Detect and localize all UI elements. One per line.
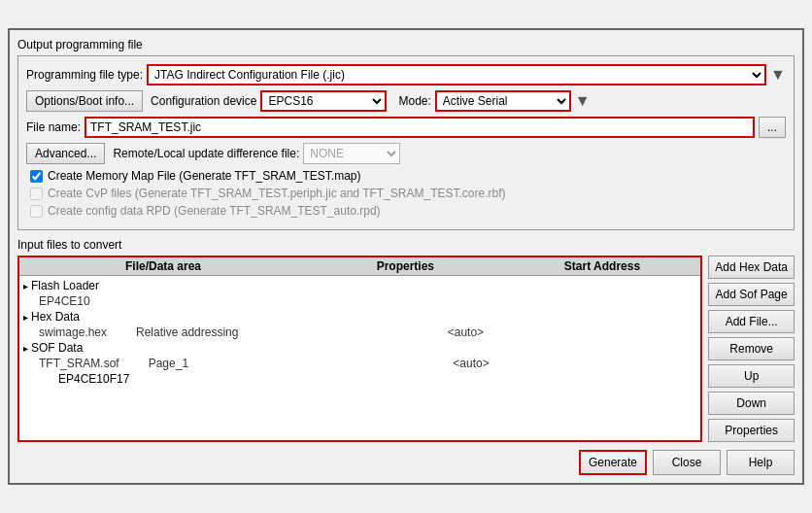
checkbox2-row: Create CvP files (Generate TFT_SRAM_TEST…: [30, 187, 786, 200]
list-item[interactable]: TFT_SRAM.sof Page_1 <auto>: [19, 356, 700, 371]
help-button[interactable]: Help: [727, 450, 795, 475]
programming-file-type-label: Programming file type:: [26, 68, 143, 82]
programming-file-type-row: Programming file type: JTAG Indirect Con…: [26, 64, 786, 86]
output-section-label: Output programming file: [17, 38, 795, 51]
list-item[interactable]: ▸ SOF Data: [19, 340, 700, 356]
mode-group: Mode: Active Serial ▼: [398, 90, 590, 112]
remove-button[interactable]: Remove: [708, 337, 795, 360]
mode-select[interactable]: Active Serial: [435, 90, 571, 112]
list-item[interactable]: EP4CE10F17: [19, 371, 700, 387]
mode-dropdown-arrow-icon: ▼: [575, 92, 591, 110]
mode-label: Mode:: [398, 94, 430, 108]
checkbox3-row: Create config data RPD (Generate TFT_SRA…: [30, 204, 786, 218]
expand-arrow-icon: ▸: [23, 343, 28, 354]
remote-local-select: NONE: [303, 143, 400, 164]
file-name-label: File name:: [26, 120, 81, 134]
checkbox1-label: Create Memory Map File (Generate TFT_SRA…: [48, 169, 361, 183]
list-item[interactable]: swimage.hex Relative addressing <auto>: [19, 325, 700, 340]
programming-file-type-select[interactable]: JTAG Indirect Configuration File (.jic): [147, 64, 766, 86]
checkbox3-label: Create config data RPD (Generate TFT_SRA…: [48, 204, 381, 218]
config-device-row: Options/Boot info... Configuration devic…: [26, 90, 786, 112]
hex-properties: Relative addressing: [136, 325, 448, 339]
expand-arrow-icon: ▸: [23, 281, 28, 291]
config-device-select[interactable]: EPCS16: [260, 90, 387, 112]
add-hex-data-button[interactable]: Add Hex Data: [708, 256, 795, 279]
sof-address: <auto>: [453, 357, 696, 370]
sof-properties: Page_1: [149, 357, 454, 370]
tft-sram-sof-label: TFT_SRAM.sof: [39, 357, 119, 370]
col-properties: Properties: [307, 257, 504, 275]
create-config-rpd-checkbox[interactable]: [30, 205, 43, 218]
checkbox1-row: Create Memory Map File (Generate TFT_SRA…: [30, 169, 786, 183]
list-item[interactable]: ▸ Hex Data: [19, 309, 700, 325]
file-name-input[interactable]: [85, 117, 755, 138]
col-start-address: Start Address: [504, 257, 701, 275]
input-section: File/Data area Properties Start Address …: [17, 256, 795, 442]
add-sof-page-button[interactable]: Add Sof Page: [708, 283, 795, 306]
options-boot-button[interactable]: Options/Boot info...: [26, 90, 143, 112]
create-cvp-checkbox[interactable]: [30, 188, 43, 200]
generate-button[interactable]: Generate: [579, 450, 647, 475]
table-body: ▸ Flash Loader EP4CE10 ▸ Hex Data: [19, 276, 700, 389]
table-header: File/Data area Properties Start Address: [19, 257, 700, 276]
swimage-hex-label: swimage.hex: [39, 325, 107, 339]
list-item[interactable]: ▸ Flash Loader: [19, 278, 700, 293]
config-device-label: Configuration device: [151, 94, 256, 108]
ep4ce10f17-label: EP4CE10F17: [58, 372, 129, 386]
remote-local-label: Remote/Local update difference file:: [113, 147, 299, 160]
main-dialog: Output programming file Programming file…: [8, 28, 804, 485]
flash-loader-label: Flash Loader: [31, 279, 269, 292]
expand-arrow-icon: ▸: [23, 312, 28, 323]
hex-address: <auto>: [448, 325, 697, 339]
create-memory-map-checkbox[interactable]: [30, 170, 43, 183]
sof-data-label: SOF Data: [31, 341, 269, 355]
file-table: File/Data area Properties Start Address …: [17, 256, 702, 442]
input-section-label: Input files to convert: [17, 238, 795, 252]
close-button[interactable]: Close: [653, 450, 721, 475]
file-name-row: File name: ...: [26, 117, 786, 138]
right-button-group: Add Hex Data Add Sof Page Add File... Re…: [708, 256, 795, 442]
dropdown-arrow-icon: ▼: [770, 66, 786, 84]
list-item[interactable]: EP4CE10: [19, 293, 700, 309]
down-button[interactable]: Down: [708, 392, 795, 415]
add-file-button[interactable]: Add File...: [708, 310, 795, 333]
ep4ce10-label: EP4CE10: [39, 294, 90, 308]
properties-button[interactable]: Properties: [708, 419, 795, 442]
output-section: Programming file type: JTAG Indirect Con…: [17, 55, 795, 230]
col-file-data-area: File/Data area: [19, 257, 307, 275]
up-button[interactable]: Up: [708, 364, 795, 388]
advanced-row: Advanced... Remote/Local update differen…: [26, 143, 786, 164]
advanced-button[interactable]: Advanced...: [26, 143, 105, 164]
hex-data-label: Hex Data: [31, 310, 269, 324]
file-browse-button[interactable]: ...: [759, 117, 786, 138]
checkbox2-label: Create CvP files (Generate TFT_SRAM_TEST…: [48, 187, 506, 200]
bottom-button-row: Generate Close Help: [17, 450, 795, 475]
